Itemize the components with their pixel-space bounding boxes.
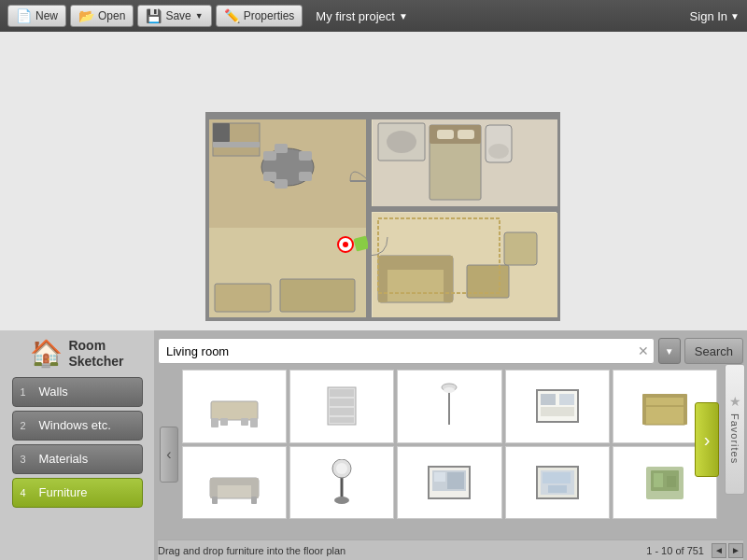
logo-area: 🏠 Room Sketcher: [30, 338, 123, 370]
svg-rect-60: [684, 394, 687, 425]
new-button[interactable]: 📄 New: [7, 5, 66, 27]
top-toolbar: 📄 New 📂 Open 💾 Save ▼ ✏️ Properties My f…: [0, 0, 747, 32]
items-container: ‹: [158, 370, 743, 539]
project-dropdown-arrow: ▼: [399, 11, 408, 21]
svg-rect-64: [210, 478, 218, 498]
svg-rect-28: [378, 256, 388, 302]
svg-point-19: [387, 131, 416, 153]
svg-rect-32: [504, 232, 537, 265]
svg-rect-56: [541, 407, 574, 416]
svg-rect-55: [559, 394, 574, 405]
svg-rect-9: [263, 151, 276, 161]
svg-point-70: [336, 463, 347, 474]
page-prev-button[interactable]: ◄: [712, 543, 726, 558]
project-name[interactable]: My first project ▼: [316, 9, 407, 23]
bottom-panel: 🏠 Room Sketcher 1 Walls 2 Windows etc. 3…: [0, 330, 747, 560]
svg-rect-25: [458, 130, 474, 139]
svg-rect-33: [215, 284, 271, 312]
properties-icon: ✏️: [224, 8, 240, 23]
furniture-item-1[interactable]: [182, 370, 287, 443]
svg-rect-14: [275, 179, 288, 189]
furniture-panel: ✕ ▼ Search ‹: [154, 330, 747, 560]
properties-button[interactable]: ✏️ Properties: [216, 5, 303, 27]
open-button[interactable]: 📂 Open: [70, 5, 134, 27]
logo-text: Room Sketcher: [68, 338, 123, 370]
sidebar-item-walls[interactable]: 1 Walls: [12, 377, 143, 407]
furniture-item-6[interactable]: [182, 446, 287, 520]
search-button[interactable]: Search: [684, 338, 743, 364]
new-icon: 📄: [16, 8, 32, 23]
svg-rect-41: [211, 418, 218, 427]
svg-rect-74: [434, 472, 445, 482]
svg-rect-49: [330, 417, 354, 423]
svg-rect-34: [280, 279, 355, 312]
search-clear-button[interactable]: ✕: [638, 343, 649, 358]
svg-rect-11: [263, 172, 276, 181]
save-button[interactable]: 💾 Save ▼: [137, 5, 211, 27]
save-dropdown-arrow: ▼: [195, 11, 204, 21]
svg-rect-13: [275, 144, 288, 153]
sidebar: 🏠 Room Sketcher 1 Walls 2 Windows etc. 3…: [0, 330, 154, 560]
star-icon: ★: [727, 394, 742, 410]
search-dropdown-button[interactable]: ▼: [658, 338, 681, 364]
next-page-button[interactable]: ›: [695, 402, 719, 477]
favorites-button[interactable]: ★ Favorites: [725, 364, 745, 495]
furniture-item-4[interactable]: [505, 370, 610, 443]
logo-icon: 🏠: [30, 338, 63, 369]
svg-rect-66: [212, 497, 218, 504]
svg-rect-17: [213, 142, 260, 147]
svg-rect-40: [211, 401, 258, 420]
svg-rect-27: [378, 256, 453, 270]
sign-in-arrow: ▼: [730, 11, 740, 21]
search-input[interactable]: [158, 338, 655, 364]
svg-rect-57: [644, 397, 685, 425]
svg-rect-44: [241, 418, 248, 426]
svg-point-52: [444, 387, 455, 393]
svg-rect-54: [541, 394, 556, 405]
svg-rect-47: [330, 399, 354, 406]
search-input-wrap: ✕: [158, 338, 655, 364]
svg-rect-10: [299, 151, 312, 161]
svg-rect-46: [330, 389, 354, 397]
svg-rect-16: [213, 123, 230, 142]
sidebar-item-windows[interactable]: 2 Windows etc.: [12, 411, 143, 441]
svg-point-36: [343, 242, 348, 247]
page-next-button[interactable]: ►: [728, 543, 743, 558]
svg-rect-65: [251, 478, 259, 498]
svg-rect-29: [444, 256, 453, 302]
furniture-item-9[interactable]: [505, 446, 610, 520]
svg-rect-83: [667, 476, 676, 487]
page-nav: ◄ ►: [712, 543, 743, 558]
svg-rect-42: [250, 418, 258, 427]
svg-rect-75: [447, 472, 464, 489]
search-bar: ✕ ▼ Search: [158, 338, 743, 364]
sign-in-button[interactable]: Sign In ▼: [690, 9, 740, 23]
furniture-item-7[interactable]: [289, 446, 394, 520]
open-icon: 📂: [78, 8, 94, 23]
svg-rect-24: [437, 130, 454, 139]
save-icon: 💾: [146, 8, 162, 23]
svg-rect-12: [299, 172, 312, 181]
furniture-item-8[interactable]: [397, 446, 501, 520]
svg-rect-79: [548, 485, 567, 493]
svg-rect-59: [642, 394, 646, 425]
sidebar-item-materials[interactable]: 3 Materials: [12, 444, 143, 474]
items-grid: [158, 370, 743, 519]
svg-rect-82: [654, 473, 663, 487]
prev-page-button[interactable]: ‹: [160, 427, 178, 483]
svg-rect-48: [330, 408, 354, 415]
floorplan[interactable]: [205, 69, 560, 321]
sidebar-item-furniture[interactable]: 4 Furniture: [12, 478, 143, 508]
canvas-area[interactable]: [0, 32, 747, 330]
svg-point-21: [488, 144, 509, 159]
svg-rect-61: [644, 394, 685, 398]
svg-rect-78: [543, 472, 571, 483]
svg-rect-43: [220, 418, 228, 426]
panel-status: Drag and drop furniture into the floor p…: [158, 539, 743, 560]
svg-point-71: [334, 497, 349, 504]
furniture-item-3[interactable]: [397, 370, 501, 443]
furniture-item-2[interactable]: [289, 370, 394, 443]
svg-rect-67: [251, 497, 257, 504]
